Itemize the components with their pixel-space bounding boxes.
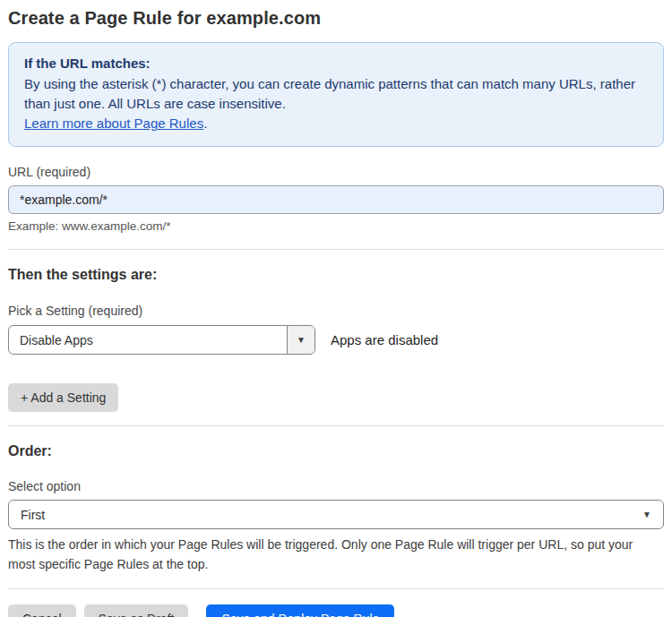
pick-setting-label: Pick a Setting (required) xyxy=(8,304,664,318)
save-as-draft-button[interactable]: Save as Draft xyxy=(84,604,189,617)
url-match-info-box: If the URL matches: By using the asteris… xyxy=(8,42,664,147)
divider xyxy=(8,588,664,589)
url-example-text: Example: www.example.com/* xyxy=(8,219,664,233)
setting-row: Disable Apps ▼ Apps are disabled xyxy=(8,325,664,355)
setting-dropdown-arrow-button[interactable]: ▼ xyxy=(287,326,314,354)
order-select-value: First xyxy=(21,508,45,522)
chevron-down-icon: ▼ xyxy=(297,336,306,345)
setting-dropdown[interactable]: Disable Apps ▼ xyxy=(8,325,315,355)
order-description: This is the order in which your Page Rul… xyxy=(8,535,660,574)
link-suffix: . xyxy=(203,116,207,131)
page-title: Create a Page Rule for example.com xyxy=(8,0,664,29)
divider xyxy=(8,425,664,426)
order-section-heading: Order: xyxy=(8,443,664,459)
order-select[interactable]: First ▼ xyxy=(8,500,664,529)
info-box-heading: If the URL matches: xyxy=(24,54,648,73)
cancel-button[interactable]: Cancel xyxy=(8,604,76,617)
learn-more-link[interactable]: Learn more about Page Rules xyxy=(24,116,203,131)
divider xyxy=(8,249,664,250)
select-option-label: Select option xyxy=(8,479,664,493)
page-rule-form: Create a Page Rule for example.com If th… xyxy=(0,0,672,617)
setting-description: Apps are disabled xyxy=(331,332,438,347)
setting-dropdown-value: Disable Apps xyxy=(9,326,287,354)
footer-actions: Cancel Save as Draft Save and Deploy Pag… xyxy=(8,604,664,617)
add-setting-button[interactable]: + Add a Setting xyxy=(8,383,118,412)
url-input[interactable] xyxy=(8,185,664,214)
save-and-deploy-button[interactable]: Save and Deploy Page Rule xyxy=(206,604,394,617)
info-box-link-line: Learn more about Page Rules. xyxy=(24,114,648,133)
url-field-label: URL (required) xyxy=(8,165,664,179)
info-box-body: By using the asterisk (*) character, you… xyxy=(24,74,648,114)
chevron-down-icon: ▼ xyxy=(642,510,651,519)
settings-section-heading: Then the settings are: xyxy=(8,267,664,283)
